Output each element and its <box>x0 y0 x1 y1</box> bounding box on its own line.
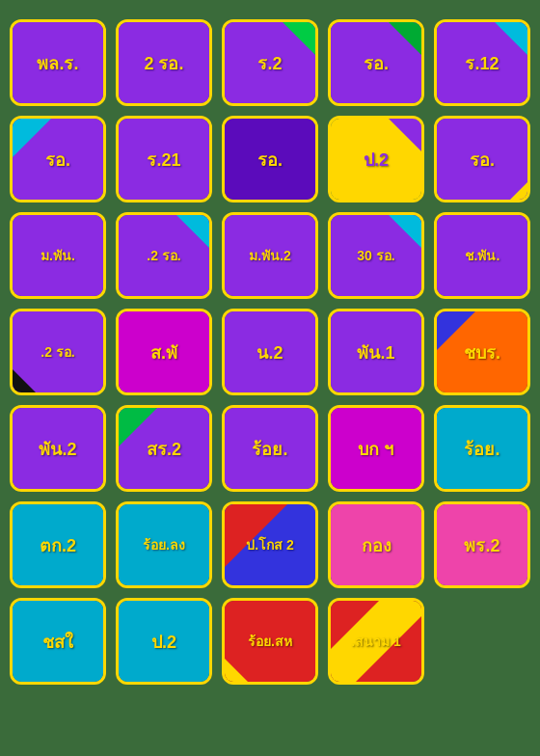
tile-label: รอ. <box>468 144 497 176</box>
tile-label: กอง <box>360 529 393 561</box>
tile-label: พัน.1 <box>355 337 396 368</box>
tile-label: ร้อย.สห <box>246 629 294 654</box>
tile-label: รอ. <box>43 144 72 176</box>
tile-label: 30 รอ. <box>355 243 396 268</box>
tile-item[interactable]: พัน.1 <box>328 309 424 395</box>
tile-label: ม.พัน.2 <box>247 243 293 268</box>
tile-label: .สนาม 1 <box>349 629 403 654</box>
tile-item[interactable]: พล.ร. <box>10 19 106 106</box>
tile-item[interactable]: ร้อย. <box>222 405 318 492</box>
tile-label: ชบร. <box>462 337 502 368</box>
tile-item[interactable]: ม.พัน. <box>10 212 106 299</box>
tile-item[interactable]: พร.2 <box>434 501 530 588</box>
tile-label: ม.พัน. <box>39 243 77 268</box>
tile-label: ชสใ <box>40 626 75 658</box>
tile-item[interactable]: บก ฯ <box>328 405 424 492</box>
tile-item[interactable]: รอ. <box>434 116 530 202</box>
tile-label: พัน.2 <box>37 433 78 465</box>
tile-item[interactable]: ม.พัน.2 <box>222 212 318 299</box>
tile-item[interactable]: รอ. <box>328 19 424 106</box>
tile-item[interactable]: ร.12 <box>434 19 530 106</box>
tile-grid: พล.ร.2 รอ.ร.2รอ.ร.12รอ.ร.21รอ.ป.2รอ.ม.พั… <box>0 10 540 694</box>
tile-label: สร.2 <box>145 433 183 465</box>
tile-label: ร.21 <box>145 144 182 176</box>
tile-item[interactable]: น.2 <box>222 309 318 395</box>
tile-label: รอ. <box>256 144 284 176</box>
tile-label: บก ฯ <box>356 433 395 465</box>
tile-label: ป.2 <box>362 144 391 176</box>
tile-label: ช.พัน. <box>463 243 502 268</box>
tile-label: รอ. <box>362 47 391 79</box>
tile-item[interactable]: 30 รอ. <box>328 212 424 299</box>
tile-label: ร้อย.ลง <box>141 532 187 557</box>
tile-label: พล.ร. <box>35 47 80 79</box>
tile-item[interactable]: รอ. <box>222 116 318 202</box>
tile-item[interactable]: ป.2 <box>116 598 212 685</box>
tile-item[interactable]: 2 รอ. <box>116 19 212 106</box>
tile-item[interactable]: ช.พัน. <box>434 212 530 299</box>
tile-label: ร.2 <box>256 47 284 79</box>
tile-item[interactable]: ร.2 <box>222 19 318 106</box>
tile-label: .2 รอ. <box>145 243 182 268</box>
tile-label: ร้อย. <box>250 433 289 465</box>
tile-item[interactable]: ป.โกส 2 <box>222 501 318 588</box>
tile-label: .2 รอ. <box>39 339 76 364</box>
tile-item[interactable]: .2 รอ. <box>10 309 106 395</box>
tile-item[interactable]: พัน.2 <box>10 405 106 492</box>
tile-label: พร.2 <box>462 529 501 561</box>
tile-label: ป.โกส 2 <box>244 532 296 557</box>
tile-item[interactable]: ชบร. <box>434 309 530 395</box>
tile-item[interactable]: ร้อย.ลง <box>116 501 212 588</box>
tile-item[interactable]: .สนาม 1 <box>328 598 424 685</box>
tile-item[interactable]: ป.2 <box>328 116 424 202</box>
tile-item[interactable]: รอ. <box>10 116 106 202</box>
tile-item[interactable]: ร.21 <box>116 116 212 202</box>
tile-item[interactable]: ชสใ <box>10 598 106 685</box>
tile-label: ร้อย. <box>462 433 501 465</box>
tile-label: ร.12 <box>463 47 500 79</box>
tile-item[interactable]: ตก.2 <box>10 501 106 588</box>
tile-item[interactable]: กอง <box>328 501 424 588</box>
tile-label: ส.พั <box>148 337 179 368</box>
tile-item[interactable]: ร้อย. <box>434 405 530 492</box>
tile-item[interactable]: .2 รอ. <box>116 212 212 299</box>
tile-item[interactable]: ส.พั <box>116 309 212 395</box>
tile-label: 2 รอ. <box>142 47 185 79</box>
tile-label: ตก.2 <box>38 529 78 561</box>
tile-item[interactable]: สร.2 <box>116 405 212 492</box>
tile-item[interactable]: ร้อย.สห <box>222 598 318 685</box>
tile-label: น.2 <box>255 337 284 368</box>
tile-label: ป.2 <box>149 626 178 658</box>
